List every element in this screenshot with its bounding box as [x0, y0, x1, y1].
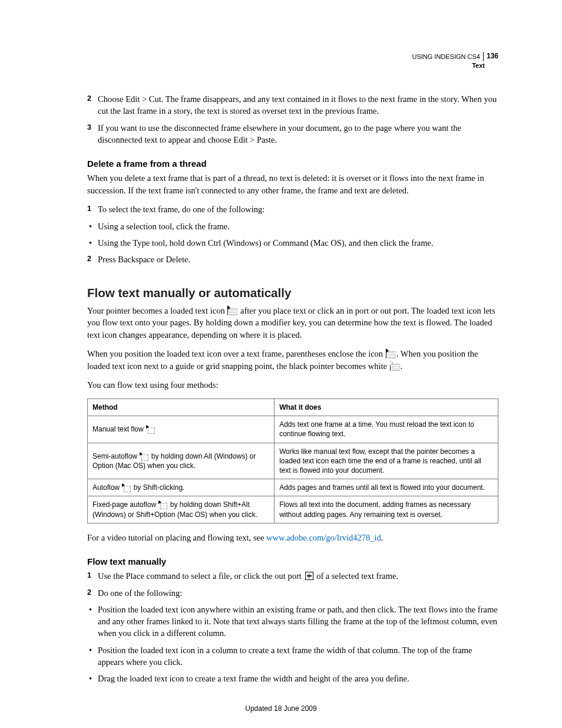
manual-flow-icon	[146, 426, 155, 433]
product-name: USING INDESIGN CS4	[412, 52, 480, 61]
manual-step-2: 2Do one of the following:	[87, 587, 498, 599]
delete-frame-intro: When you delete a text frame that is par…	[87, 172, 498, 196]
flow-p3: You can flow text using four methods:	[87, 379, 498, 391]
loaded-text-white-icon	[390, 363, 400, 371]
delete-bullet-2: Using the Type tool, hold down Ctrl (Win…	[87, 237, 498, 249]
step-2: 2Choose Edit > Cut. The frame disappears…	[87, 93, 498, 117]
footer-updated: Updated 18 June 2009	[0, 704, 562, 713]
video-line: For a video tutorial on placing and flow…	[87, 532, 498, 544]
table-row: Manual text flow Adds text one frame at …	[88, 416, 498, 443]
delete-frame-heading: Delete a frame from a thread	[87, 159, 498, 169]
out-port-icon	[305, 572, 313, 580]
video-link[interactable]: www.adobe.com/go/lrvid4278_id	[266, 533, 381, 542]
section-name: Text	[412, 61, 498, 70]
delete-step-1: 1To select the text frame, do one of the…	[87, 203, 498, 215]
flow-p2: When you position the loaded text icon o…	[87, 348, 498, 372]
autoflow-icon	[122, 484, 131, 492]
table-row: Semi-autoflow by holding down Alt (Windo…	[88, 443, 498, 479]
flow-heading: Flow text manually or automatically	[87, 286, 498, 300]
col-method: Method	[88, 399, 275, 416]
page-number: 136	[487, 52, 498, 61]
flow-manually-heading: Flow text manually	[87, 556, 498, 566]
manual-bullet-2: Position the loaded text icon in a colum…	[87, 644, 498, 668]
loaded-text-paren-icon	[386, 350, 396, 358]
delete-bullet-1: Using a selection tool, click the frame.	[87, 220, 498, 232]
manual-bullet-1: Position the loaded text icon anywhere w…	[87, 604, 498, 640]
delete-step-2: 2Press Backspace or Delete.	[87, 253, 498, 265]
methods-table: Method What it does Manual text flow Add…	[87, 398, 498, 523]
flow-p1: Your pointer becomes a loaded text icon …	[87, 305, 498, 341]
table-row: Fixed-page autoflow by holding down Shif…	[88, 496, 498, 523]
step-3: 3If you want to use the disconnected fra…	[87, 122, 498, 146]
fixed-page-autoflow-icon	[158, 501, 167, 509]
page-header: USING INDESIGN CS4 136 Text	[412, 52, 498, 70]
manual-bullet-3: Drag the loaded text icon to create a te…	[87, 673, 498, 684]
manual-step-1: 1Use the Place command to select a file,…	[87, 570, 498, 582]
col-what: What it does	[275, 399, 498, 416]
table-row: Autoflow by Shift-clicking. Adds pages a…	[88, 479, 498, 496]
semi-autoflow-icon	[140, 453, 148, 460]
loaded-text-icon	[227, 307, 237, 315]
